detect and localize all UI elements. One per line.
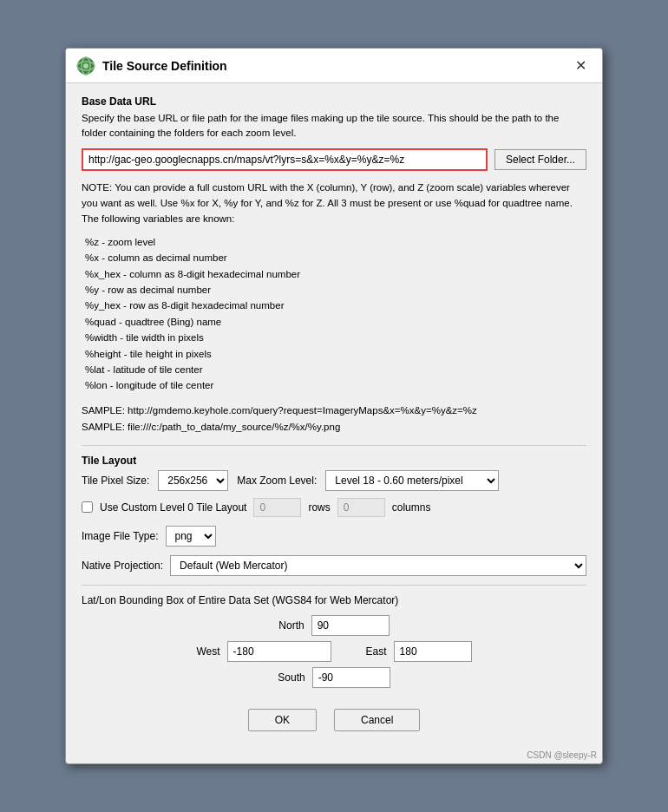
image-file-type-select[interactable]: png jpg tiff bmp xyxy=(166,526,216,547)
tile-pixel-size-select[interactable]: 256x256 512x512 128x128 xyxy=(158,470,228,491)
divider-2 xyxy=(82,585,586,586)
tile-pixel-size-label: Tile Pixel Size: xyxy=(82,475,149,487)
max-zoom-label: Max Zoom Level: xyxy=(237,475,317,487)
west-label: West xyxy=(196,645,219,658)
var-item-2: %x_hex - column as 8-digit hexadecimal n… xyxy=(85,266,586,282)
url-input-row: Select Folder... xyxy=(82,148,586,171)
base-url-section-label: Base Data URL xyxy=(82,95,586,108)
note-text: NOTE: You can provide a full custom URL … xyxy=(82,180,586,227)
native-projection-row: Native Projection: Default (Web Mercator… xyxy=(82,555,586,576)
dialog-content: Base Data URL Specify the base URL or fi… xyxy=(66,83,602,749)
close-button[interactable]: ✕ xyxy=(570,56,592,75)
sample-line-1: SAMPLE: http://gmdemo.keyhole.com/query?… xyxy=(82,403,586,420)
north-label: North xyxy=(278,619,304,632)
var-item-0: %z - zoom level xyxy=(85,234,586,250)
bbox-grid: North West East South xyxy=(82,615,586,688)
north-input[interactable] xyxy=(311,615,390,636)
bbox-west-east-row: West East xyxy=(196,641,471,662)
custom-level-checkbox[interactable] xyxy=(82,501,93,513)
variable-list: %z - zoom level %x - column as decimal n… xyxy=(82,234,586,394)
south-label: South xyxy=(278,671,305,684)
title-bar: Tile Source Definition ✕ xyxy=(66,49,602,83)
east-input[interactable] xyxy=(394,641,472,662)
var-item-6: %width - tile width in pixels xyxy=(85,330,586,345)
custom-level-label: Use Custom Level 0 Tile Layout xyxy=(100,501,246,514)
watermark: CSDN @sleepy-R xyxy=(66,749,602,763)
east-label: East xyxy=(366,645,387,658)
divider-1 xyxy=(82,445,586,446)
dialog-title: Tile Source Definition xyxy=(102,59,227,73)
bbox-section: Lat/Lon Bounding Box of Entire Data Set … xyxy=(82,594,586,688)
columns-label: columns xyxy=(392,501,431,514)
url-input[interactable] xyxy=(82,148,488,171)
app-icon xyxy=(76,56,95,75)
tile-layout-label: Tile Layout xyxy=(82,455,586,467)
east-group: East xyxy=(366,641,472,662)
tile-layout-section: Tile Layout Tile Pixel Size: 256x256 512… xyxy=(82,455,586,517)
bbox-north-row: North xyxy=(278,615,389,636)
native-projection-label: Native Projection: xyxy=(82,560,163,572)
title-bar-left: Tile Source Definition xyxy=(76,56,227,75)
select-folder-button[interactable]: Select Folder... xyxy=(494,149,586,170)
tile-source-dialog: Tile Source Definition ✕ Base Data URL S… xyxy=(65,48,603,764)
custom-level-row: Use Custom Level 0 Tile Layout rows colu… xyxy=(82,498,586,517)
var-item-9: %lon - longitude of tile center xyxy=(85,377,586,393)
var-item-7: %height - tile height in pixels xyxy=(85,346,586,362)
var-item-3: %y - row as decimal number xyxy=(85,282,586,298)
image-file-type-row: Image File Type: png jpg tiff bmp xyxy=(82,526,586,547)
west-group: West xyxy=(196,641,331,662)
var-item-1: %x - column as decimal number xyxy=(85,250,586,265)
rows-label: rows xyxy=(308,501,330,514)
west-input[interactable] xyxy=(227,641,331,662)
max-zoom-select[interactable]: Level 18 - 0.60 meters/pixel Level 17 Le… xyxy=(325,470,499,491)
var-item-8: %lat - latitude of tile center xyxy=(85,362,586,377)
tile-size-row: Tile Pixel Size: 256x256 512x512 128x128… xyxy=(82,470,586,491)
var-item-4: %y_hex - row as 8-digit hexadecimal numb… xyxy=(85,298,586,313)
bbox-south-row: South xyxy=(278,667,390,688)
native-projection-select[interactable]: Default (Web Mercator) WGS84 UTM xyxy=(170,555,586,576)
columns-input[interactable] xyxy=(337,498,385,517)
cancel-button[interactable]: Cancel xyxy=(334,709,420,731)
south-input[interactable] xyxy=(312,667,390,688)
bbox-label: Lat/Lon Bounding Box of Entire Data Set … xyxy=(82,594,586,606)
svg-point-3 xyxy=(83,63,88,69)
var-item-5: %quad - quadtree (Bing) name xyxy=(85,314,586,330)
rows-input[interactable] xyxy=(253,498,301,517)
ok-button[interactable]: OK xyxy=(248,709,317,731)
sample-line-2: SAMPLE: file:///c:/path_to_data/my_sourc… xyxy=(82,419,586,436)
base-url-description: Specify the base URL or file path for th… xyxy=(82,111,586,141)
image-file-type-label: Image File Type: xyxy=(82,530,159,542)
buttons-row: OK Cancel xyxy=(82,700,586,737)
